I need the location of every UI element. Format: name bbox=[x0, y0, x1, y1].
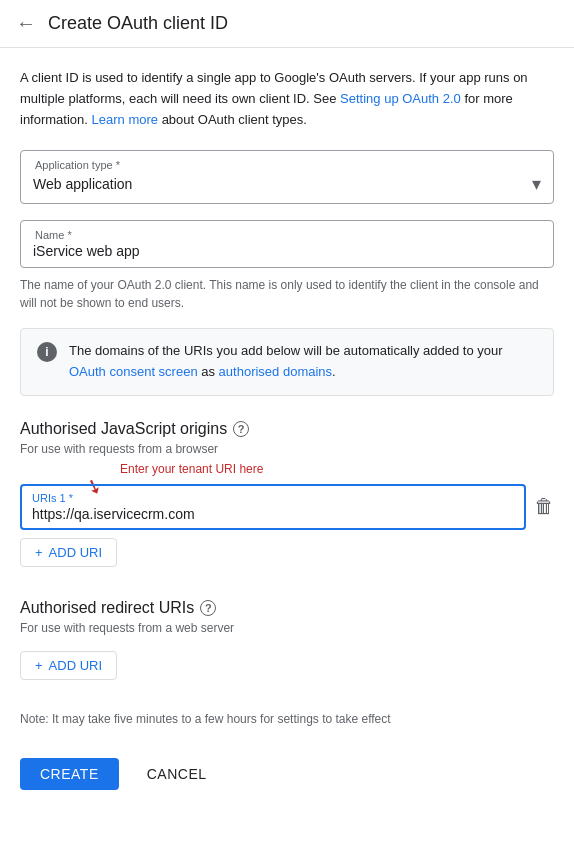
authorised-domains-link[interactable]: authorised domains bbox=[219, 364, 332, 379]
consent-screen-link[interactable]: OAuth consent screen bbox=[69, 364, 198, 379]
name-input[interactable] bbox=[33, 243, 541, 259]
info-icon: i bbox=[37, 342, 57, 362]
add-redirect-uri-button[interactable]: + ADD URI bbox=[20, 651, 117, 680]
page-header: ← Create OAuth client ID bbox=[0, 0, 574, 48]
create-button[interactable]: CREATE bbox=[20, 758, 119, 790]
dropdown-arrow-icon: ▾ bbox=[532, 173, 541, 195]
application-type-field: Application type * Web applicationAndroi… bbox=[20, 150, 554, 204]
info-text-1: The domains of the URIs you add below wi… bbox=[69, 343, 503, 358]
uri-1-label: URIs 1 * bbox=[32, 492, 514, 504]
js-origins-subtitle: For use with requests from a browser bbox=[20, 442, 554, 456]
js-origins-title: Authorised JavaScript origins ? bbox=[20, 420, 554, 438]
redirect-uris-title: Authorised redirect URIs ? bbox=[20, 599, 554, 617]
cancel-button[interactable]: CANCEL bbox=[135, 758, 219, 790]
uri-1-input[interactable] bbox=[32, 506, 514, 522]
annotation-area: Enter your tenant URI here ➘ URIs 1 * 🗑 bbox=[20, 484, 554, 530]
name-label: Name * bbox=[33, 229, 541, 241]
application-type-label: Application type * bbox=[33, 159, 541, 171]
redirect-uris-help-icon[interactable]: ? bbox=[200, 600, 216, 616]
add-redirect-uri-plus: + bbox=[35, 658, 43, 673]
add-js-uri-button[interactable]: + ADD URI bbox=[20, 538, 117, 567]
name-hint: The name of your OAuth 2.0 client. This … bbox=[20, 276, 554, 312]
intro-paragraph: A client ID is used to identify a single… bbox=[20, 68, 554, 130]
add-js-uri-plus: + bbox=[35, 545, 43, 560]
js-origins-help-icon[interactable]: ? bbox=[233, 421, 249, 437]
redirect-uris-title-text: Authorised redirect URIs bbox=[20, 599, 194, 617]
action-row: CREATE CANCEL bbox=[20, 750, 554, 798]
uri-1-row: URIs 1 * 🗑 bbox=[20, 484, 554, 530]
application-type-select[interactable]: Web applicationAndroidChrome AppiOSTVs a… bbox=[33, 176, 532, 192]
name-field-group: Name * bbox=[20, 220, 554, 268]
page-title: Create OAuth client ID bbox=[48, 13, 228, 34]
info-text-2: as bbox=[198, 364, 219, 379]
add-js-uri-label: ADD URI bbox=[49, 545, 102, 560]
uri-1-field-group: URIs 1 * bbox=[20, 484, 526, 530]
info-text-3: . bbox=[332, 364, 336, 379]
application-type-select-wrapper: Web applicationAndroidChrome AppiOSTVs a… bbox=[33, 173, 541, 195]
js-origins-section: Authorised JavaScript origins ? For use … bbox=[20, 420, 554, 567]
info-banner-text: The domains of the URIs you add below wi… bbox=[69, 341, 537, 383]
delete-uri-1-icon[interactable]: 🗑 bbox=[534, 495, 554, 518]
intro-text-3: about OAuth client types. bbox=[158, 112, 307, 127]
redirect-uris-section: Authorised redirect URIs ? For use with … bbox=[20, 599, 554, 680]
learn-more-link[interactable]: Learn more bbox=[92, 112, 158, 127]
redirect-uris-subtitle: For use with requests from a web server bbox=[20, 621, 554, 635]
js-origins-title-text: Authorised JavaScript origins bbox=[20, 420, 227, 438]
info-banner: i The domains of the URIs you add below … bbox=[20, 328, 554, 396]
annotation-text: Enter your tenant URI here bbox=[120, 462, 263, 476]
note-text: Note: It may take five minutes to a few … bbox=[20, 712, 554, 726]
oauth-setup-link[interactable]: Setting up OAuth 2.0 bbox=[340, 91, 461, 106]
add-redirect-uri-label: ADD URI bbox=[49, 658, 102, 673]
back-button[interactable]: ← bbox=[16, 12, 36, 35]
page-content: A client ID is used to identify a single… bbox=[0, 48, 574, 818]
